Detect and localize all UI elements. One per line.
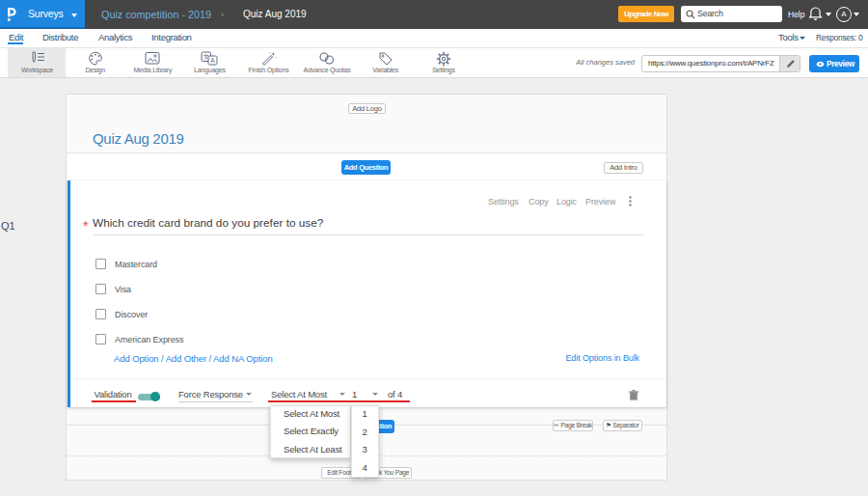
svg-text:文: 文: [203, 53, 210, 60]
svg-text:A: A: [211, 57, 216, 64]
